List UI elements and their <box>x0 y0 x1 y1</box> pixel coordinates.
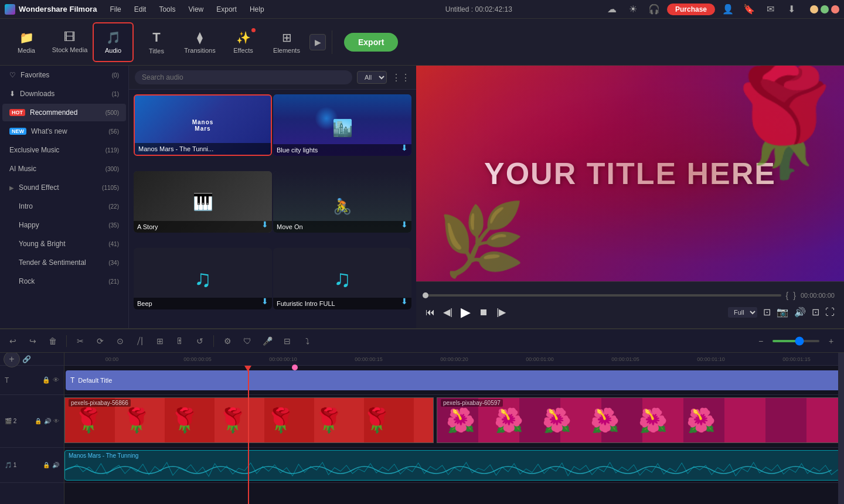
stop-button[interactable]: ⏹ <box>479 307 488 318</box>
audio-card-move-on[interactable]: 🚴 Move On ⬇ <box>273 171 411 233</box>
sidebar-item-favorites[interactable]: ♡ Favorites (0) <box>2 66 126 84</box>
move-on-download-icon[interactable]: ⬇ <box>401 220 408 229</box>
shield-button[interactable]: 🛡 <box>239 333 256 349</box>
purchase-button[interactable]: Purchase <box>667 4 715 15</box>
zoom-slider[interactable] <box>772 340 819 342</box>
undo-button[interactable]: ↩ <box>5 333 21 349</box>
toolbar-expand[interactable]: ▶ <box>309 34 326 50</box>
frame-back-button[interactable]: ◀| <box>443 307 452 318</box>
audio-clip[interactable]: Manos Mars - The Tunning <box>64 450 844 481</box>
a-story-download-icon[interactable]: ⬇ <box>261 220 268 229</box>
title-track-eye[interactable]: 👁 <box>53 376 59 384</box>
message-icon[interactable]: ✉ <box>762 1 778 18</box>
futuristic-download-icon[interactable]: ⬇ <box>401 297 408 306</box>
sidebar-item-exclusive[interactable]: Exclusive Music (119) <box>2 141 126 159</box>
replay-button[interactable]: ↺ <box>192 333 208 349</box>
audio-mix-button[interactable]: 🎚 <box>172 333 188 349</box>
toolbar-audio[interactable]: 🎵 Audio <box>93 22 134 62</box>
a1-mute[interactable]: 🔊 <box>52 462 59 468</box>
grid-icon[interactable]: ⋮⋮ <box>392 72 410 83</box>
timeline-scroll-handle[interactable] <box>838 353 844 504</box>
zoom-out-button[interactable]: − <box>753 333 769 349</box>
sidebar-item-soundeffect[interactable]: ▶ Sound Effect (1105) <box>2 179 126 196</box>
toolbar-media[interactable]: 📁 Media <box>6 22 47 62</box>
settings-button[interactable]: ⚙ <box>219 333 236 349</box>
video-clip-1[interactable]: pexels-pixabay-56866 <box>64 397 434 443</box>
v1-mute[interactable]: 🔊 <box>44 418 51 424</box>
skip-back-button[interactable]: ⏮ <box>426 307 435 318</box>
play-button[interactable]: ▶ <box>461 305 471 320</box>
mic-button[interactable]: 🎤 <box>259 333 275 349</box>
sidebar-item-rock[interactable]: Rock (21) <box>2 273 126 290</box>
headset-icon[interactable]: 🎧 <box>646 1 662 18</box>
menu-help[interactable]: Help <box>244 3 270 16</box>
maximize-button[interactable] <box>821 5 829 13</box>
sidebar-item-downloads[interactable]: ⬇ Downloads (1) <box>2 85 126 103</box>
menu-view[interactable]: View <box>182 3 209 16</box>
menu-tools[interactable]: Tools <box>153 3 181 16</box>
v1-lock[interactable]: 🔒 <box>35 418 42 424</box>
sidebar-item-youngbright[interactable]: Young & Bright (41) <box>2 235 126 253</box>
youngbright-count: (41) <box>108 241 119 247</box>
title-clip[interactable]: T Default Title <box>66 370 843 390</box>
title-track-lock[interactable]: 🔒 <box>42 376 50 384</box>
beep-download-icon[interactable]: ⬇ <box>261 297 268 306</box>
blue-city-download-icon[interactable]: ⬇ <box>401 143 408 152</box>
snapshot-icon[interactable]: 📷 <box>777 307 788 318</box>
toolbar-effects[interactable]: ✨ Effects <box>223 22 264 62</box>
cut-button[interactable]: ✂ <box>72 333 89 349</box>
export-button[interactable]: Export <box>344 33 398 52</box>
menu-file[interactable]: File <box>104 3 127 16</box>
add-track-button[interactable]: + <box>4 353 20 367</box>
audio-card-a-story[interactable]: 🎹 A Story ⬇ <box>134 171 272 233</box>
progress-bar-wrap: { } 00:00:00:00 <box>426 291 835 300</box>
minimize-button[interactable] <box>810 5 818 13</box>
sidebar-item-intro[interactable]: Intro (22) <box>2 197 126 215</box>
trim-button[interactable]: ⊙ <box>112 333 128 349</box>
user-icon[interactable]: 👤 <box>720 1 736 18</box>
audio-card-beep[interactable]: ♫ Beep ⬇ <box>134 248 272 309</box>
progress-bar[interactable] <box>426 294 781 297</box>
toolbar-stock-media[interactable]: 🎞 Stock Media <box>49 22 90 62</box>
import-button[interactable]: ⤵ <box>299 333 315 349</box>
a1-lock[interactable]: 🔒 <box>43 462 50 468</box>
close-button[interactable] <box>831 5 839 13</box>
split-button[interactable]: ⧸| <box>132 333 148 349</box>
video-clip-2[interactable]: pexels-pixabay-60597 <box>437 397 844 443</box>
download-icon[interactable]: ⬇ <box>783 1 799 18</box>
shrink-icon[interactable]: ⊡ <box>812 307 819 318</box>
adjust-button[interactable]: ⊞ <box>152 333 168 349</box>
fullscreen-icon[interactable]: ⛶ <box>825 307 835 318</box>
toolbar-titles[interactable]: T Titles <box>136 22 177 62</box>
link-icon[interactable]: 🔗 <box>22 355 31 363</box>
sidebar-item-happy[interactable]: Happy (35) <box>2 216 126 234</box>
menu-export[interactable]: Export <box>210 3 243 16</box>
redo-button[interactable]: ↪ <box>25 333 41 349</box>
sun-icon[interactable]: ☀ <box>625 1 641 18</box>
cloud-icon[interactable]: ☁ <box>604 1 620 18</box>
zoom-in-button[interactable]: + <box>823 333 839 349</box>
toolbar-elements[interactable]: ⊞ Elements <box>266 22 307 62</box>
filter-select[interactable]: All <box>357 71 387 84</box>
sidebar-item-whatsnew[interactable]: NEW What's new (56) <box>2 122 126 140</box>
v1-eye[interactable]: 👁 <box>53 418 59 424</box>
bookmark-icon[interactable]: 🔖 <box>741 1 757 18</box>
bracket-right[interactable]: } <box>793 291 796 300</box>
menu-edit[interactable]: Edit <box>128 3 152 16</box>
sidebar-item-recommended[interactable]: HOT Recommended (500) <box>2 104 126 121</box>
frame-fwd-button[interactable]: |▶ <box>496 307 506 318</box>
multitrack-button[interactable]: ⊟ <box>279 333 295 349</box>
audio-card-manos[interactable]: Manos Mars Manos Mars - The Tunni... <box>134 94 272 156</box>
delete-button[interactable]: 🗑 <box>45 333 61 349</box>
sidebar-item-tendersenti[interactable]: Tender & Sentimental (34) <box>2 254 126 271</box>
toolbar-transitions[interactable]: ⧫ Transitions <box>179 22 220 62</box>
speed-button[interactable]: ⟳ <box>92 333 108 349</box>
audio-card-futuristic[interactable]: ♫ Futuristic Intro FULL ⬇ <box>273 248 411 309</box>
quality-select[interactable]: Full 1/2 1/4 <box>728 307 757 318</box>
sidebar-item-aimusic[interactable]: AI Music (300) <box>2 160 126 178</box>
search-input[interactable] <box>135 70 352 84</box>
bracket-left[interactable]: { <box>786 291 789 300</box>
audio-card-blue-city[interactable]: 🏙️ Blue city lights ⬇ <box>273 94 411 156</box>
volume-icon[interactable]: 🔊 <box>794 307 806 318</box>
crop-icon[interactable]: ⊡ <box>763 307 771 318</box>
